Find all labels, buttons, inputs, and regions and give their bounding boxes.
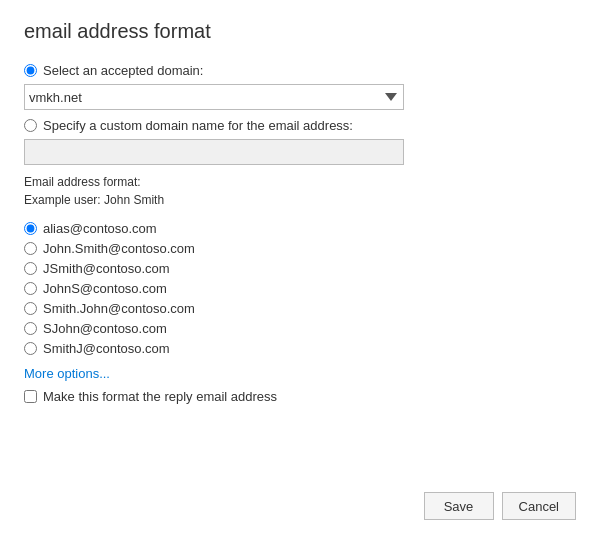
example-user-label: Example user: John Smith <box>24 191 576 209</box>
reply-checkbox-label[interactable]: Make this format the reply email address <box>43 389 277 404</box>
format-radio-5[interactable] <box>24 302 37 315</box>
format-option-7: SmithJ@contoso.com <box>24 341 576 356</box>
format-label: Email address format: <box>24 173 576 191</box>
format-radio-4[interactable] <box>24 282 37 295</box>
format-label-5[interactable]: Smith.John@contoso.com <box>43 301 195 316</box>
format-option-4: JohnS@contoso.com <box>24 281 576 296</box>
custom-domain-radio-row: Specify a custom domain name for the ema… <box>24 118 576 133</box>
format-label-2[interactable]: John.Smith@contoso.com <box>43 241 195 256</box>
cancel-button[interactable]: Cancel <box>502 492 576 520</box>
select-domain-radio-row: Select an accepted domain: <box>24 63 576 78</box>
save-button[interactable]: Save <box>424 492 494 520</box>
format-radio-6[interactable] <box>24 322 37 335</box>
format-label-3[interactable]: JSmith@contoso.com <box>43 261 170 276</box>
format-label-6[interactable]: SJohn@contoso.com <box>43 321 167 336</box>
select-domain-radio[interactable] <box>24 64 37 77</box>
format-label-1[interactable]: alias@contoso.com <box>43 221 157 236</box>
format-radio-3[interactable] <box>24 262 37 275</box>
format-label-7[interactable]: SmithJ@contoso.com <box>43 341 170 356</box>
format-option-5: Smith.John@contoso.com <box>24 301 576 316</box>
custom-domain-radio[interactable] <box>24 119 37 132</box>
page-container: email address format Select an accepted … <box>0 0 600 550</box>
select-domain-label[interactable]: Select an accepted domain: <box>43 63 203 78</box>
format-radio-2[interactable] <box>24 242 37 255</box>
custom-domain-label[interactable]: Specify a custom domain name for the ema… <box>43 118 353 133</box>
format-radio-1[interactable] <box>24 222 37 235</box>
reply-checkbox-row: Make this format the reply email address <box>24 389 576 404</box>
format-radio-7[interactable] <box>24 342 37 355</box>
format-option-1: alias@contoso.com <box>24 221 576 236</box>
format-option-3: JSmith@contoso.com <box>24 261 576 276</box>
page-title: email address format <box>24 20 576 43</box>
info-text: Email address format: Example user: John… <box>24 173 576 209</box>
domain-dropdown-row: vmkh.net <box>24 84 576 110</box>
format-option-6: SJohn@contoso.com <box>24 321 576 336</box>
format-label-4[interactable]: JohnS@contoso.com <box>43 281 167 296</box>
reply-checkbox[interactable] <box>24 390 37 403</box>
domain-select[interactable]: vmkh.net <box>24 84 404 110</box>
custom-domain-input[interactable] <box>24 139 404 165</box>
format-option-2: John.Smith@contoso.com <box>24 241 576 256</box>
format-options-list: alias@contoso.com John.Smith@contoso.com… <box>24 221 576 356</box>
footer-buttons: Save Cancel <box>24 492 576 530</box>
more-options-link[interactable]: More options... <box>24 366 576 381</box>
